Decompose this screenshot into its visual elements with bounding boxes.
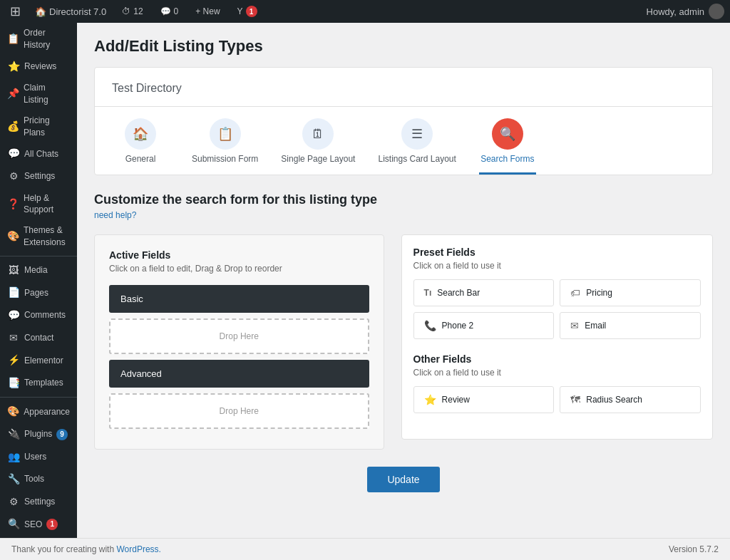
active-fields-panel: Active Fields Click on a field to edit, … (94, 234, 384, 450)
submission-tab-label: Submission Form (192, 154, 258, 164)
claim-listing-icon: 📌 (7, 87, 19, 101)
general-tab-icon: 🏠 (125, 118, 156, 150)
preset-field-search-bar[interactable]: Tı Search Bar (413, 279, 555, 306)
sidebar-item-themes[interactable]: 🎨 Themes & Extensions (0, 220, 77, 253)
search-bar-icon: Tı (424, 288, 432, 298)
adminbar-comments[interactable]: 💬 0 (155, 6, 185, 16)
sidebar-item-reviews[interactable]: ⭐ Reviews (0, 56, 77, 78)
other-fields-section: Other Fields Click on a field to use it … (413, 353, 701, 413)
submission-tab-icon: 📋 (210, 118, 241, 150)
sidebar-item-plugins[interactable]: 🔌 Plugins 9 (0, 423, 77, 446)
pricing-field-icon: 🏷 (570, 287, 580, 299)
sidebar-item-claim-listing[interactable]: 📌 Claim Listing (0, 78, 77, 110)
sidebar-item-tools[interactable]: 🔧 Tools (0, 468, 77, 491)
yoast-icon: Y (237, 6, 243, 16)
order-history-icon: 📋 (7, 32, 19, 46)
preset-fields-subtitle: Click on a field to use it (413, 261, 701, 271)
comment-icon: 💬 (160, 6, 171, 16)
adminbar-updates[interactable]: ⏱ 12 (116, 6, 148, 16)
tab-card: Test Directory 🏠 General 📋 Submission Fo… (94, 67, 713, 175)
preset-field-email[interactable]: ✉ Email (560, 312, 701, 339)
footer: Thank you for creating with WordPress. V… (0, 538, 730, 560)
sidebar-item-settings[interactable]: ⚙ Settings (0, 491, 77, 514)
tab-general[interactable]: 🏠 General (112, 118, 169, 175)
other-field-review[interactable]: ⭐ Review (413, 386, 555, 413)
sidebar-item-all-chats[interactable]: 💬 All Chats (0, 142, 77, 165)
listing-type-title: Test Directory (95, 82, 712, 107)
sidebar-item-appearance[interactable]: 🎨 Appearance (0, 400, 77, 423)
update-button[interactable]: Update (367, 467, 439, 492)
version-text: Version 5.7.2 (669, 544, 719, 554)
appearance-icon: 🎨 (7, 405, 19, 419)
drop-zone-1[interactable]: Drop Here (109, 318, 369, 354)
sidebar-item-media[interactable]: 🖼 Media (0, 259, 77, 282)
tab-search-forms[interactable]: 🔍 Search Forms (479, 118, 536, 175)
contact-icon: ✉ (7, 331, 20, 346)
tools-icon: 🔧 (7, 472, 20, 487)
review-icon: ⭐ (424, 394, 436, 405)
sidebar-item-order-history[interactable]: 📋 Order History (0, 23, 77, 56)
settings-icon: ⚙ (7, 495, 20, 509)
phone2-icon: 📞 (424, 320, 436, 331)
other-field-radius-search[interactable]: 🗺 Radius Search (560, 386, 701, 413)
tab-submission-form[interactable]: 📋 Submission Form (192, 118, 258, 175)
avatar (709, 4, 724, 19)
sidebar-item-elementor[interactable]: ⚡ Elementor (0, 349, 77, 372)
themes-icon: 🎨 (7, 229, 19, 244)
adminbar-new[interactable]: + New (190, 6, 225, 16)
drop-zone-2[interactable]: Drop Here (109, 393, 369, 429)
section-title: Customize the search form for this listi… (94, 192, 713, 207)
preset-field-phone2[interactable]: 📞 Phone 2 (413, 312, 555, 339)
clock-icon: ⏱ (122, 6, 130, 16)
wordpress-link[interactable]: WordPress. (116, 544, 160, 554)
fields-layout: Active Fields Click on a field to edit, … (94, 234, 713, 450)
tab-single-page-layout[interactable]: 🗓 Single Page Layout (281, 118, 355, 175)
preset-fields-grid: Tı Search Bar 🏷 Pricing 📞 Phone 2 (413, 279, 701, 339)
email-field-icon: ✉ (570, 320, 579, 331)
media-icon: 🖼 (7, 264, 20, 278)
search-forms-tab-label: Search Forms (480, 154, 534, 164)
adminbar-howdy[interactable]: Howdy, admin (647, 4, 724, 19)
sidebar-item-seo[interactable]: 🔍 SEO 1 (0, 513, 77, 536)
site-name[interactable]: 🏠 Directorist 7.0 (31, 6, 110, 17)
advanced-field-block[interactable]: Advanced (109, 360, 369, 388)
help-link[interactable]: need help? (94, 210, 713, 220)
sidebar-item-settings-top[interactable]: ⚙ Settings (0, 165, 77, 188)
users-icon: 👥 (7, 450, 20, 465)
sidebar-item-templates[interactable]: 📑 Templates (0, 372, 77, 395)
update-row: Update (94, 467, 713, 492)
single-page-tab-label: Single Page Layout (281, 154, 355, 164)
sidebar-item-comments[interactable]: 💬 Comments (0, 304, 77, 327)
other-fields-grid: ⭐ Review 🗺 Radius Search (413, 386, 701, 413)
help-icon: ❓ (7, 197, 19, 212)
sidebar-item-help[interactable]: ❓ Help & Support (0, 188, 77, 221)
seo-badge: 1 (46, 519, 58, 530)
listings-card-tab-icon: ☰ (401, 118, 433, 150)
fields-scroll-wrapper[interactable]: Preset Fields Click on a field to use it… (401, 234, 713, 440)
adminbar-yoast[interactable]: Y 1 (232, 6, 263, 17)
single-page-tab-icon: 🗓 (302, 118, 334, 150)
sidebar-item-pricing-plans[interactable]: 💰 Pricing Plans (0, 110, 77, 143)
comments-icon: 💬 (7, 308, 20, 323)
tab-listings-card-layout[interactable]: ☰ Listings Card Layout (378, 118, 456, 175)
preset-fields-section: Preset Fields Click on a field to use it… (413, 247, 701, 339)
pages-icon: 📄 (7, 286, 20, 300)
sidebar-item-pages[interactable]: 📄 Pages (0, 281, 77, 304)
sidebar: 📋 Order History ⭐ Reviews 📌 Claim Listin… (0, 23, 77, 538)
general-tab-label: General (125, 154, 156, 164)
wp-logo-icon[interactable]: ⊞ (6, 4, 25, 19)
reviews-icon: ⭐ (7, 60, 20, 74)
sidebar-item-contact[interactable]: ✉ Contact (0, 327, 77, 350)
page-title: Add/Edit Listing Types (94, 37, 713, 56)
basic-field-block[interactable]: Basic (109, 285, 369, 313)
home-icon: 🏠 (35, 6, 46, 17)
settings-top-icon: ⚙ (7, 170, 20, 184)
pricing-icon: 💰 (7, 120, 19, 134)
templates-icon: 📑 (7, 376, 20, 390)
tabs-row: 🏠 General 📋 Submission Form 🗓 Single Pag… (95, 107, 712, 175)
sidebar-divider-2 (0, 397, 77, 398)
sidebar-item-users[interactable]: 👥 Users (0, 446, 77, 469)
sidebar-divider-1 (0, 256, 77, 256)
preset-field-pricing[interactable]: 🏷 Pricing (560, 279, 701, 306)
chats-icon: 💬 (7, 147, 20, 161)
